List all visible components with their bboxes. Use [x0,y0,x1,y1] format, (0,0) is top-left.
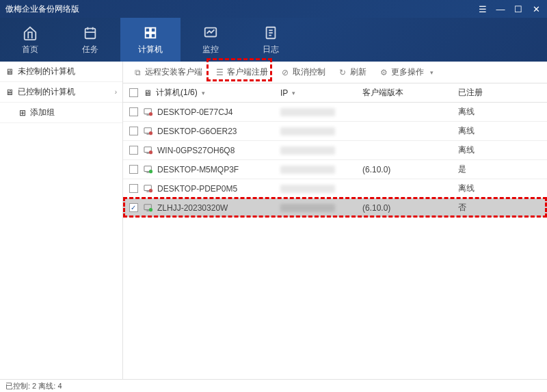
home-icon [22,25,38,41]
monitor-icon [202,25,219,41]
row-checkbox[interactable] [129,127,138,135]
svg-rect-14 [146,133,149,134]
svg-rect-23 [146,191,149,192]
refresh-button[interactable]: ↻ 刷新 [332,64,372,81]
chevron-down-icon: ▾ [427,68,436,77]
window-buttons: ☰ — ☐ ✕ [477,3,542,14]
table-row[interactable]: DESKTOP-G6OER23离线 [123,122,547,141]
table-body: DESKTOP-0E77CJ4离线DESKTOP-G6OER23离线WIN-0G… [123,103,547,218]
svg-point-18 [149,151,152,154]
ip-value [280,166,335,174]
select-all-checkbox[interactable] [129,88,138,97]
version-value: (6.10.0) [362,165,390,174]
table-row[interactable]: WIN-0GPS27OH6Q8离线 [123,141,547,160]
navbar: 首页 任务 计算机 监控 日志 [0,18,547,62]
computer-status-icon [144,107,153,117]
register-icon: ☰ [215,68,224,77]
ip-value [280,185,335,193]
computer-name: DESKTOP-0E77CJ4 [157,107,233,117]
row-checkbox[interactable] [129,184,138,193]
more-actions-button[interactable]: ⚙ 更多操作 ▾ [373,64,442,81]
maximize-button[interactable]: ☐ [513,3,524,14]
version-value: (6.10.0) [362,203,390,213]
window-title: 傲梅企业备份网络版 [5,3,477,15]
close-button[interactable]: ✕ [531,3,542,14]
menu-icon[interactable]: ☰ [477,3,488,14]
statusbar: 已控制: 2 离线: 4 [0,379,547,392]
chevron-right-icon: › [115,88,117,96]
registered-value: 是 [458,164,466,175]
computer-name: ZLHJJ-20230320W [157,203,228,213]
table-row[interactable]: ZLHJJ-20230320W(6.10.0)否 [123,198,547,218]
titlebar: 傲梅企业备份网络版 ☰ — ☐ ✕ [0,0,547,18]
toolbar: ⧉ 远程安装客户端 ☰ 客户端注册 ⊘ 取消控制 ↻ 刷新 ⚙ 更多操作 ▾ [123,62,547,83]
row-checkbox[interactable] [129,165,138,174]
client-register-button[interactable]: ☰ 客户端注册 [209,64,274,81]
svg-point-27 [149,208,152,211]
ip-value [280,127,335,135]
plus-icon: ⊞ [19,108,26,118]
remote-install-button[interactable]: ⧉ 远程安装客户端 [127,64,208,81]
status-text: 已控制: 2 离线: 4 [5,381,62,391]
pc-icon: 🖥 [5,88,14,97]
tasks-icon [82,25,98,41]
logs-icon [263,25,279,41]
ip-value [280,108,335,116]
pc-icon: 🖥 [144,88,152,98]
refresh-icon: ↻ [338,68,347,77]
col-version[interactable]: 客户端版本 [362,87,458,99]
svg-point-24 [149,189,152,192]
nav-tasks[interactable]: 任务 [60,18,120,62]
computer-status-icon [144,127,153,136]
computer-status-icon [144,203,153,213]
gear-icon: ⚙ [379,68,388,77]
nav-monitor[interactable]: 监控 [181,18,241,62]
registered-value: 离线 [458,125,475,137]
col-ip[interactable]: IP ▾ [280,88,362,98]
computer-name: DESKTOP-PDEP0M5 [157,184,237,194]
svg-rect-0 [85,28,96,38]
registered-value: 离线 [458,183,475,194]
ip-value [280,146,335,155]
computer-name: DESKTOP-G6OER23 [157,127,237,136]
row-checkbox[interactable] [129,146,138,155]
install-icon: ⧉ [133,68,142,77]
minimize-button[interactable]: — [495,3,506,14]
registered-value: 否 [458,202,466,213]
svg-rect-26 [146,210,149,211]
table-header: 🖥 计算机(1/6) ▾ IP ▾ 客户端版本 已注册 [123,83,547,103]
sidebar-item-controlled[interactable]: 🖥 已控制的计算机 › [0,82,122,103]
computer-status-icon [144,146,153,155]
svg-rect-1 [146,27,150,31]
sort-caret-icon: ▾ [202,90,205,96]
row-checkbox[interactable] [129,107,138,116]
cancel-icon: ⊘ [280,68,290,77]
registered-value: 离线 [458,144,475,156]
content: ⧉ 远程安装客户端 ☰ 客户端注册 ⊘ 取消控制 ↻ 刷新 ⚙ 更多操作 ▾ [123,62,547,379]
row-checkbox[interactable] [129,203,138,212]
table-row[interactable]: DESKTOP-0E77CJ4离线 [123,103,547,122]
computer-name: WIN-0GPS27OH6Q8 [157,146,235,155]
cancel-control-button[interactable]: ⊘ 取消控制 [275,64,331,81]
table-row[interactable]: DESKTOP-PDEP0M5离线 [123,179,547,198]
svg-point-15 [149,131,152,135]
sidebar-item-uncontrolled[interactable]: 🖥 未控制的计算机 [0,62,122,82]
svg-point-21 [149,170,152,173]
nav-home[interactable]: 首页 [0,18,60,62]
ip-value [280,204,335,212]
computer-name: DESKTOP-M5MQP3F [157,165,239,174]
table-row[interactable]: DESKTOP-M5MQP3F(6.10.0)是 [123,160,547,179]
svg-point-12 [149,112,152,116]
computer-status-icon [144,184,153,194]
sidebar-item-addgroup[interactable]: ⊞ 添加组 [0,103,122,123]
col-computer[interactable]: 🖥 计算机(1/6) ▾ [144,87,280,99]
registered-value: 离线 [458,106,475,118]
svg-rect-3 [146,33,150,37]
computer-status-icon [144,165,153,174]
nav-computers[interactable]: 计算机 [120,18,181,62]
nav-logs[interactable]: 日志 [241,18,301,62]
col-registered[interactable]: 已注册 [458,87,547,99]
computers-icon [142,25,159,41]
pc-icon: 🖥 [5,67,14,77]
svg-rect-2 [151,27,155,31]
